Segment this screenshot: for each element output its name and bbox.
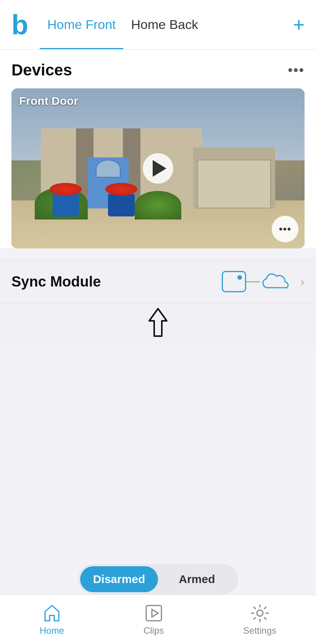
nav-home[interactable]: Home (40, 603, 64, 636)
nav-clips[interactable]: Clips (143, 603, 164, 636)
cloud-icon (260, 271, 294, 292)
bottom-nav: Home Clips Settings (0, 594, 316, 644)
svg-rect-1 (146, 606, 161, 621)
nav-home-label: Home (40, 625, 64, 636)
arm-toggle-bar: Disarmed Armed (78, 564, 238, 594)
svg-marker-0 (149, 309, 167, 336)
settings-icon (250, 603, 270, 623)
sync-box-icon (222, 271, 246, 292)
devices-section: Devices ••• (0, 50, 316, 248)
sync-connector-line (246, 281, 260, 282)
play-icon (153, 160, 166, 177)
armed-button[interactable]: Armed (158, 566, 236, 592)
camera-name-label: Front Door (19, 95, 78, 107)
camera-more-button[interactable]: ••• (272, 216, 298, 242)
devices-header: Devices ••• (11, 61, 305, 79)
sync-status: › (222, 271, 305, 292)
disarmed-button[interactable]: Disarmed (80, 566, 158, 592)
tab-home-back[interactable]: Home Back (123, 0, 206, 49)
tab-home-front[interactable]: Home Front (40, 0, 124, 49)
add-button[interactable]: + (293, 13, 305, 36)
sync-module-title: Sync Module (11, 274, 101, 290)
svg-point-3 (257, 610, 263, 616)
nav-settings-label: Settings (243, 625, 276, 636)
camera-card: Front Door ••• (11, 88, 305, 248)
svg-marker-2 (152, 609, 158, 617)
arrow-tooltip (0, 303, 316, 345)
camera-thumbnail[interactable]: Front Door ••• (11, 88, 305, 248)
nav-settings[interactable]: Settings (243, 603, 276, 636)
sync-box-dot (237, 275, 242, 280)
devices-more-button[interactable]: ••• (288, 62, 305, 78)
main-content (0, 345, 316, 574)
tab-bar: Home Front Home Back (40, 0, 293, 49)
app-logo: b (11, 11, 28, 38)
home-icon (42, 603, 62, 623)
play-button[interactable] (143, 153, 173, 184)
nav-clips-label: Clips (143, 625, 164, 636)
devices-title: Devices (11, 61, 72, 79)
sync-module-section: Sync Module › (0, 260, 316, 303)
sync-chevron-icon[interactable]: › (300, 275, 305, 289)
clips-icon (144, 603, 164, 623)
header: b Home Front Home Back + (0, 0, 316, 50)
